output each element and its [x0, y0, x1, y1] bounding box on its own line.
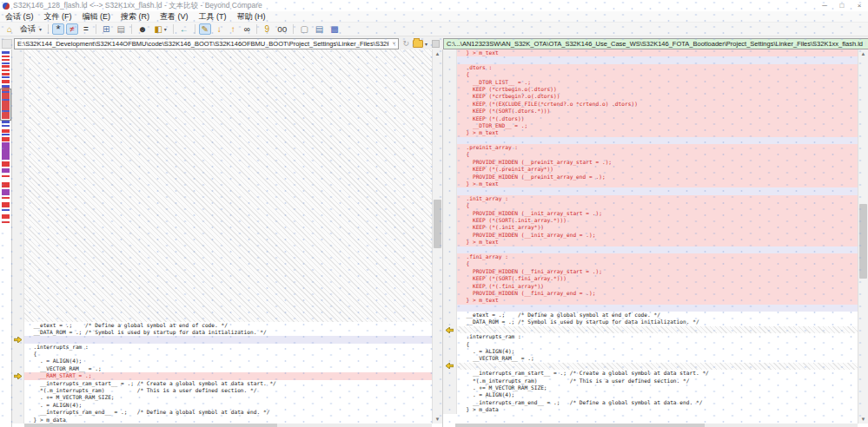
- diff-map-segment[interactable]: [2, 76, 10, 78]
- left-path-combo[interactable]: E:\S32K144_Development\S32K144OFBMU\code…: [14, 38, 399, 49]
- right-scroll-up-icon[interactable]: ▲: [858, 49, 868, 58]
- menu-item-5[interactable]: 工具 (T): [194, 11, 232, 23]
- menu-item-0[interactable]: 会话 (S): [0, 11, 39, 23]
- diff-map-segment[interactable]: [2, 121, 10, 123]
- diff-map-segment[interactable]: [2, 73, 10, 76]
- diff-map-segment[interactable]: [2, 129, 10, 133]
- diff-map-viewport[interactable]: [0, 89, 11, 121]
- diff-row: __DTOR_LIST__ = .;: [443, 79, 858, 86]
- gutter-cell: [443, 341, 457, 348]
- code-line: [457, 246, 858, 253]
- diff-map-segment[interactable]: [2, 182, 10, 187]
- left-vertical-scrollbar[interactable]: ▲ ▼: [432, 49, 442, 424]
- right-vertical-scrollbar[interactable]: ▲ ▼: [858, 49, 868, 424]
- find-icon[interactable]: ∞: [241, 23, 253, 35]
- diff-map-segment[interactable]: [2, 221, 10, 223]
- diff-arrow-icon[interactable]: [446, 327, 454, 333]
- left-hscroll-thumb[interactable]: [24, 424, 277, 427]
- swap-sides-icon[interactable]: 9: [261, 23, 273, 35]
- diff-map-segment[interactable]: [2, 125, 10, 127]
- diff-arrow-icon[interactable]: [14, 337, 22, 343]
- menu-item-4[interactable]: 查看 (V): [155, 11, 194, 23]
- left-scroll-thumb[interactable]: [434, 200, 441, 248]
- right-hscroll-thumb[interactable]: [455, 424, 705, 427]
- prev-difference-icon[interactable]: ↑: [227, 23, 239, 35]
- diff-map-segment[interactable]: [2, 161, 10, 167]
- format-icon-glyph: ◧: [154, 24, 162, 34]
- diff-map-segment[interactable]: [2, 209, 10, 211]
- diff-map-segment[interactable]: [2, 197, 10, 199]
- diff-map-segment[interactable]: [2, 202, 10, 207]
- home-icon-glyph: ⌂: [7, 24, 12, 34]
- home-icon[interactable]: ⌂: [3, 23, 16, 35]
- diff-map-segment[interactable]: [2, 175, 10, 177]
- session-menu-button[interactable]: 会话▾: [17, 23, 44, 35]
- gutter-cell: [12, 336, 24, 343]
- diff-map-segment[interactable]: [2, 142, 10, 160]
- code-row: . += M_VECTOR_RAM_SIZE;: [443, 384, 858, 391]
- diff-map-segment[interactable]: [2, 214, 10, 219]
- gutter-cell: [443, 384, 457, 391]
- diff-map-segment[interactable]: [2, 134, 10, 135]
- menu-item-3[interactable]: 搜索 (R): [116, 11, 155, 23]
- next-difference-icon[interactable]: ↓: [213, 23, 225, 35]
- right-scroll-thumb[interactable]: [859, 204, 867, 279]
- left-refresh-icon[interactable]: ↻: [402, 39, 409, 48]
- diff-map-segment[interactable]: [2, 137, 10, 141]
- right-editor-pane[interactable]: } > m_text .dtors : { __DTOR_LIST__ = .;…: [443, 49, 868, 427]
- maximize-button[interactable]: □: [833, 0, 851, 11]
- minimize-button[interactable]: ─: [816, 0, 833, 11]
- show-all-icon[interactable]: *: [52, 23, 64, 35]
- left-editor-pane[interactable]: __etext = .; /* Define a global symbol a…: [12, 49, 443, 427]
- diff-row: PROVIDE_HIDDEN (__fini_array_end = .);: [443, 290, 858, 297]
- code-line: __etext = .; /* Define a global symbol a…: [24, 322, 432, 329]
- session-swap-button[interactable]: [2, 39, 12, 49]
- gutter-cell: [443, 210, 457, 217]
- format-icon[interactable]: ◧▾: [151, 23, 169, 35]
- edit-mode-icon[interactable]: ✎: [199, 23, 211, 35]
- right-horizontal-scrollbar[interactable]: [455, 424, 858, 427]
- right-scroll-down-icon[interactable]: ▼: [858, 415, 868, 424]
- left-path-dropdown-icon[interactable]: ˅: [388, 41, 398, 46]
- copy-to-left-icon[interactable]: ←: [177, 23, 191, 35]
- diff-arrow-icon[interactable]: [14, 373, 22, 379]
- diff-map-segment[interactable]: [2, 80, 10, 83]
- view-plain-icon[interactable]: ▢: [297, 23, 310, 35]
- left-folder-caret-icon[interactable]: ▾: [425, 41, 427, 47]
- code-line: KEEP (*(SORT(.init_array.*))): [457, 217, 858, 224]
- code-line: [457, 56, 858, 63]
- left-horizontal-scrollbar[interactable]: [24, 424, 432, 427]
- diff-map-segment[interactable]: [2, 62, 10, 64]
- menu-item-6[interactable]: 帮助 (H): [232, 11, 271, 23]
- diff-map-segment[interactable]: [2, 65, 10, 68]
- gutter-cell: [12, 394, 24, 401]
- show-differences-icon[interactable]: ≠: [66, 23, 78, 35]
- left-folder-icon[interactable]: [413, 40, 423, 48]
- diff-map-segment[interactable]: [2, 59, 10, 61]
- browser-view-icon[interactable]: ▩: [328, 23, 341, 35]
- diff-map-segment[interactable]: [2, 69, 10, 71]
- menu-item-2[interactable]: 编辑 (E): [77, 11, 116, 23]
- align-mode-icon[interactable]: ▤: [114, 23, 127, 35]
- diff-arrow-icon[interactable]: [446, 363, 454, 369]
- ignore-unimportant-icon[interactable]: oo: [275, 23, 289, 35]
- diff-map-segment[interactable]: [2, 189, 10, 195]
- diff-map-segment[interactable]: [2, 56, 10, 57]
- code-row: *(.m_interrupts_ram) /* This is a user d…: [443, 378, 858, 384]
- show-same-icon[interactable]: =: [80, 23, 92, 35]
- view-text-icon[interactable]: ▤: [313, 23, 326, 35]
- diff-sections-icon[interactable]: ⊞: [100, 23, 112, 35]
- diff-map-segment[interactable]: [2, 51, 10, 54]
- left-scroll-up-icon[interactable]: ▲: [433, 49, 442, 58]
- code-row: {: [12, 351, 432, 358]
- code-row: __etext = .; /* Define a global symbol a…: [443, 312, 858, 319]
- close-button[interactable]: ×: [851, 0, 868, 11]
- diff-map[interactable]: [0, 49, 12, 427]
- left-save-icon[interactable]: [432, 40, 440, 48]
- menu-item-1[interactable]: 文件 (F): [39, 11, 77, 23]
- rules-referee-icon[interactable]: ☻: [136, 23, 150, 35]
- diff-row: {: [443, 202, 858, 209]
- diff-map-segment[interactable]: [2, 168, 10, 173]
- left-scroll-down-icon[interactable]: ▼: [433, 415, 442, 424]
- right-path-combo[interactable]: C:\...\AN12323SW\AN_S32K_OTA\OTA_S32K146…: [443, 38, 868, 49]
